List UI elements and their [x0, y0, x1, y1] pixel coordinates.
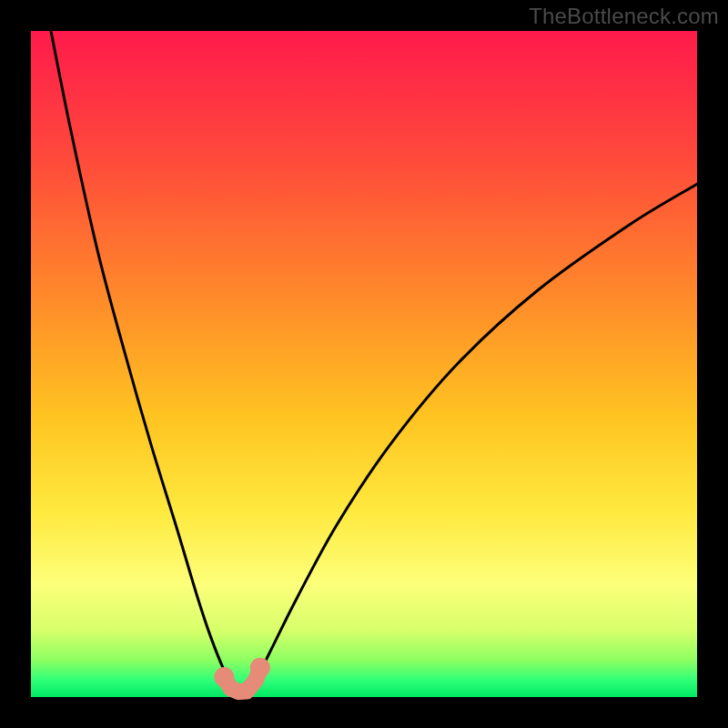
chart-frame: TheBottleneck.com — [0, 0, 728, 728]
bottleneck-chart — [0, 0, 728, 728]
marker-dot — [250, 658, 270, 678]
gradient-background — [31, 31, 697, 697]
marker-dot — [214, 667, 234, 687]
